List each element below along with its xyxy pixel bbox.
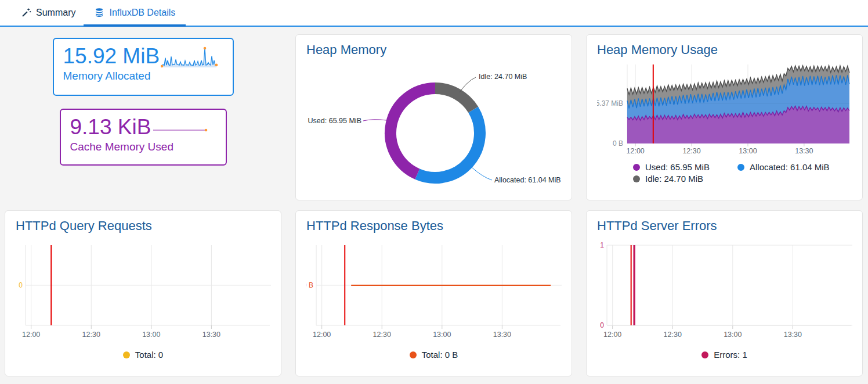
svg-text:0 B: 0 B: [613, 139, 623, 148]
svg-text:13:30: 13:30: [784, 331, 802, 339]
allocated-legend-label: Allocated: 61.04 MiB: [750, 162, 830, 172]
svg-text:12:30: 12:30: [373, 331, 391, 339]
memory-allocated-value: 15.92 MiB: [63, 45, 160, 69]
svg-text:12:30: 12:30: [664, 331, 682, 339]
svg-text:13:00: 13:00: [433, 331, 451, 339]
donut-slice-used: [390, 88, 435, 174]
httpd-server-errors-title: HTTPd Server Errors: [597, 218, 852, 234]
idle-slice-label: Idle: 24.70 MiB: [479, 73, 527, 81]
legend-idle[interactable]: Idle: 24.70 MiB: [633, 174, 737, 184]
allocated-legend-dot: [737, 164, 744, 171]
legend-allocated[interactable]: Allocated: 61.04 MiB: [737, 162, 852, 172]
tab-bar: Summary InfluxDB Details: [0, 0, 868, 27]
tab-influxdb-label: InfluxDB Details: [109, 8, 175, 18]
idle-legend-dot: [633, 175, 640, 182]
heap-memory-usage-chart[interactable]: 12:0012:3013:0013:3095.37 MiB0 B: [597, 62, 853, 156]
allocated-slice-label: Allocated: 61.04 MiB: [494, 176, 561, 184]
total-requests-legend-label: Total: 0: [135, 350, 163, 360]
svg-text:0: 0: [19, 281, 23, 289]
svg-text:0: 0: [600, 321, 604, 329]
query-requests-legend[interactable]: Total: 0: [16, 350, 270, 360]
idle-legend-label: Idle: 24.70 MiB: [645, 174, 703, 184]
httpd-server-errors-chart[interactable]: 12:0012:3013:0013:3010: [597, 238, 853, 342]
response-bytes-legend[interactable]: Total: 0 B: [306, 350, 561, 360]
total-bytes-legend-dot: [410, 351, 417, 358]
heap-memory-usage-title: Heap Memory Usage: [597, 42, 852, 58]
idle-leader-line: [460, 77, 476, 92]
svg-text:13:30: 13:30: [795, 147, 813, 155]
cache-memory-value: 9.13 KiB: [70, 116, 151, 139]
svg-text:1: 1: [600, 241, 604, 249]
magic-wand-icon: [21, 8, 31, 18]
dashboard-content: 15.92 MiB Memory Allocated 9.13 KiB Cach…: [0, 27, 868, 384]
tab-summary[interactable]: Summary: [12, 0, 85, 26]
error-bar: [633, 245, 635, 325]
svg-text:12:00: 12:00: [603, 331, 621, 339]
allocated-leader-line: [472, 167, 492, 180]
total-bytes-legend-label: Total: 0 B: [422, 350, 458, 360]
cache-memory-card: 9.13 KiB Cache Memory Used: [60, 109, 227, 166]
svg-text:12:00: 12:00: [313, 331, 331, 339]
svg-text:13:00: 13:00: [724, 331, 742, 339]
stats-column: 15.92 MiB Memory Allocated 9.13 KiB Cach…: [5, 34, 281, 200]
httpd-query-requests-panel: HTTPd Query Requests 12:0012:3013:0013:3…: [5, 210, 281, 376]
total-requests-legend-dot: [123, 351, 130, 358]
legend-used[interactable]: Used: 65.95 MiB: [633, 162, 737, 172]
httpd-response-bytes-panel: HTTPd Response Bytes 12:0012:3013:0013:3…: [295, 210, 572, 376]
svg-text:13:30: 13:30: [493, 331, 511, 339]
svg-text:12:00: 12:00: [627, 147, 645, 155]
heap-memory-donut-chart[interactable]: Idle: 24.70 MiB Used: 65.95 MiB Allocate…: [306, 62, 562, 195]
heap-usage-legend: Used: 65.95 MiB Allocated: 61.04 MiB Idl…: [633, 162, 852, 184]
svg-text:12:30: 12:30: [82, 331, 100, 339]
svg-text:95.37 MiB: 95.37 MiB: [597, 99, 623, 107]
donut-slice-allocated: [417, 110, 480, 178]
used-legend-label: Used: 65.95 MiB: [645, 162, 710, 172]
svg-text:12:00: 12:00: [22, 331, 40, 339]
donut-slice-idle: [435, 88, 473, 110]
database-icon: [94, 8, 104, 18]
errors-legend-dot: [701, 351, 708, 358]
httpd-query-requests-chart[interactable]: 12:0012:3013:0013:300: [16, 238, 272, 342]
heap-memory-panel: Heap Memory Idle: 24.70 MiB Used: 65.95 …: [295, 34, 572, 200]
cache-memory-sparkline: [152, 116, 210, 139]
httpd-response-bytes-chart[interactable]: 12:0012:3013:0013:300 B: [306, 238, 562, 342]
memory-allocated-label: Memory Allocated: [63, 70, 222, 82]
memory-allocated-card: 15.92 MiB Memory Allocated: [53, 38, 234, 96]
errors-legend-label: Errors: 1: [714, 350, 747, 360]
used-legend-dot: [633, 164, 640, 171]
svg-text:0 B: 0 B: [306, 281, 313, 289]
svg-text:13:00: 13:00: [739, 147, 757, 155]
tab-summary-label: Summary: [36, 8, 75, 18]
svg-text:13:30: 13:30: [202, 331, 220, 339]
httpd-response-bytes-title: HTTPd Response Bytes: [306, 218, 561, 234]
used-slice-label: Used: 65.95 MiB: [308, 117, 361, 125]
heap-memory-usage-panel: Heap Memory Usage 12:0012:3013:0013:3095…: [586, 34, 863, 200]
used-leader-line: [363, 120, 386, 121]
svg-text:12:30: 12:30: [682, 147, 700, 155]
heap-memory-title: Heap Memory: [306, 42, 561, 58]
httpd-query-requests-title: HTTPd Query Requests: [16, 218, 270, 234]
cache-memory-label: Cache Memory Used: [70, 141, 215, 153]
tab-influxdb-details[interactable]: InfluxDB Details: [85, 0, 185, 26]
server-errors-legend[interactable]: Errors: 1: [597, 350, 852, 360]
memory-allocated-sparkline: [161, 45, 219, 69]
svg-text:13:00: 13:00: [142, 331, 160, 339]
httpd-server-errors-panel: HTTPd Server Errors 12:0012:3013:0013:30…: [586, 210, 863, 376]
